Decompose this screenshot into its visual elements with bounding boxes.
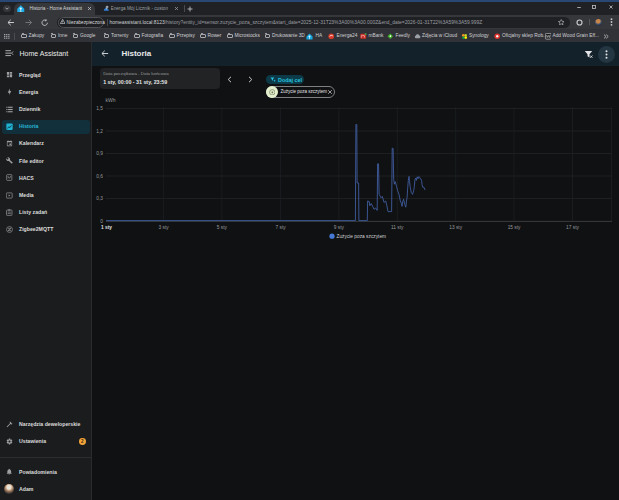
svg-text:1 sty: 1 sty bbox=[101, 225, 112, 230]
svg-text:0: 0 bbox=[100, 219, 103, 224]
svg-text:1,2: 1,2 bbox=[96, 129, 103, 134]
svg-text:0,6: 0,6 bbox=[96, 174, 103, 179]
svg-text:13 sty: 13 sty bbox=[449, 225, 462, 230]
svg-text:Zużycie poza szczytem: Zużycie poza szczytem bbox=[337, 234, 387, 239]
svg-text:11 sty: 11 sty bbox=[391, 225, 404, 230]
svg-text:9 sty: 9 sty bbox=[334, 225, 345, 230]
svg-text:3 sty: 3 sty bbox=[159, 225, 170, 230]
svg-text:kWh: kWh bbox=[106, 97, 116, 103]
svg-text:5 sty: 5 sty bbox=[217, 225, 228, 230]
svg-text:17 sty: 17 sty bbox=[566, 225, 579, 230]
svg-text:0,3: 0,3 bbox=[96, 196, 103, 201]
svg-text:0,9: 0,9 bbox=[96, 151, 103, 156]
svg-text:1,5: 1,5 bbox=[96, 106, 103, 111]
svg-text:7 sty: 7 sty bbox=[276, 225, 287, 230]
svg-text:15 sty: 15 sty bbox=[508, 225, 521, 230]
